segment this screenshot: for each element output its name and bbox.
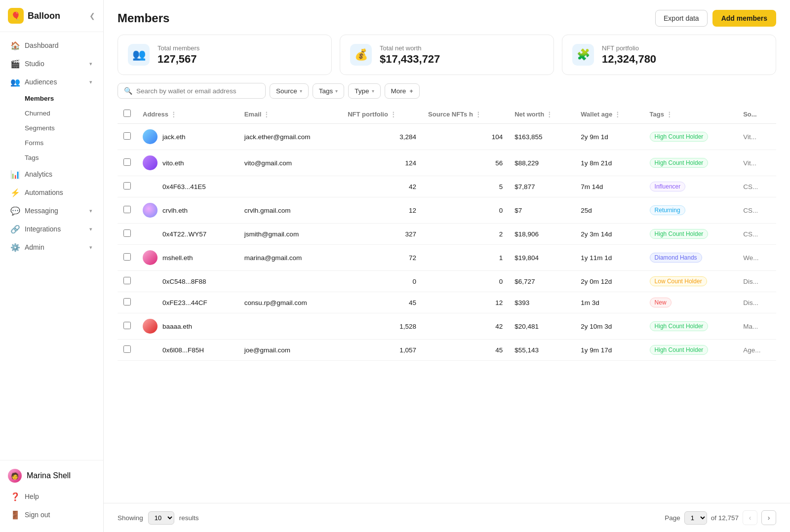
prev-page-button[interactable]: ‹ (743, 510, 757, 525)
sidebar-item-segments[interactable]: Segments (3, 121, 100, 135)
search-input[interactable] (136, 87, 259, 95)
more-filter-button[interactable]: More + (385, 83, 420, 99)
row-checkbox[interactable] (123, 206, 131, 213)
row-checkbox[interactable] (123, 182, 131, 190)
sidebar-item-forms[interactable]: Forms (3, 136, 100, 150)
avatar (143, 319, 158, 334)
select-all-checkbox[interactable] (123, 110, 131, 117)
search-box[interactable]: 🔍 (118, 83, 266, 99)
row-email: joe@gmail.com (238, 340, 342, 361)
row-address: 0x6l08...F85H (137, 340, 238, 361)
user-profile[interactable]: 🧑 Marina Shell (0, 464, 103, 487)
add-members-button[interactable]: Add members (712, 10, 776, 27)
sidebar-item-label: Dashboard (25, 41, 59, 49)
table-header-row: Address ⋮ Email ⋮ NFT portfolio ⋮ (118, 105, 776, 124)
select-all-col (118, 105, 137, 124)
row-checkbox[interactable] (123, 277, 131, 284)
row-tag: High Count Holder (644, 340, 738, 361)
sidebar-item-audiences[interactable]: 👥 Audiences ▾ (3, 73, 100, 91)
tags-filter-button[interactable]: Tags ▾ (313, 83, 345, 99)
row-source-nfts: 56 (422, 150, 509, 176)
row-net-worth: $55,143 (509, 340, 575, 361)
row-tag: Low Count Holder (644, 271, 738, 292)
chevron-down-icon: ▾ (89, 208, 92, 214)
col-menu-icon[interactable]: ⋮ (263, 111, 270, 118)
row-checkbox[interactable] (123, 298, 131, 305)
sidebar-collapse-button[interactable]: ❮ (89, 12, 95, 20)
stats-row: 👥 Total members 127,567 💰 Total net wort… (104, 35, 790, 83)
sidebar-item-label: Automations (25, 189, 63, 196)
page-select[interactable]: 1 (684, 511, 707, 525)
showing-label: Showing (118, 514, 143, 522)
table-row: vito.ethvito@gmail.com12456$88,2291y 8m … (118, 150, 776, 176)
col-source: So... (737, 105, 776, 124)
status-badge: Low Count Holder (650, 276, 707, 286)
col-menu-icon[interactable]: ⋮ (390, 111, 396, 118)
row-source: Dis... (737, 292, 776, 313)
col-email: Email ⋮ (238, 105, 342, 124)
row-source: Age... (737, 340, 776, 361)
row-checkbox[interactable] (123, 229, 131, 237)
sidebar-item-dashboard[interactable]: 🏠 Dashboard (3, 37, 100, 54)
export-data-button[interactable]: Export data (655, 10, 708, 27)
status-badge: High Count Holder (650, 321, 709, 331)
row-net-worth: $7,877 (509, 176, 575, 197)
col-menu-icon[interactable]: ⋮ (475, 111, 481, 118)
sidebar: 🎈 Balloon ❮ 🏠 Dashboard 🎬 Studio ▾ 👥 Aud… (0, 0, 104, 532)
plus-icon: + (409, 87, 413, 95)
chevron-down-icon: ▾ (372, 88, 374, 94)
sidebar-item-analytics[interactable]: 📊 Analytics (3, 165, 100, 183)
stat-card-networth: 💰 Total net worth $17,433,727 (340, 35, 554, 75)
page-label: Page (665, 514, 680, 522)
sidebar-item-label: Audiences (25, 78, 57, 86)
row-source: Dis... (737, 271, 776, 292)
row-nft-portfolio: 1,528 (342, 313, 422, 340)
avatar: 🧑 (8, 469, 22, 483)
type-filter-button[interactable]: Type ▾ (348, 83, 380, 99)
source-filter-button[interactable]: Source ▾ (270, 83, 309, 99)
stat-value-networth: $17,433,727 (380, 53, 440, 66)
col-menu-icon[interactable]: ⋮ (666, 111, 672, 118)
next-page-button[interactable]: › (761, 510, 776, 525)
row-checkbox[interactable] (123, 345, 131, 353)
row-source-nfts: 45 (422, 340, 509, 361)
page-size-select[interactable]: 10 25 50 (148, 511, 174, 525)
sidebar-item-admin[interactable]: ⚙️ Admin ▾ (3, 238, 100, 256)
sidebar-item-churned[interactable]: Churned (3, 106, 100, 120)
stat-value-members: 127,567 (158, 53, 199, 66)
row-checkbox[interactable] (123, 158, 131, 166)
row-email: consu.rp@gmail.com (238, 292, 342, 313)
row-checkbox-cell (118, 292, 137, 313)
sidebar-item-help[interactable]: ❓ Help (3, 488, 100, 505)
sidebar-item-tags[interactable]: Tags (3, 151, 100, 165)
sidebar-item-members[interactable]: Members (3, 91, 100, 106)
row-tag: New (644, 292, 738, 313)
status-badge: Influencer (650, 182, 686, 191)
sidebar-item-signout[interactable]: 🚪 Sign out (3, 506, 100, 524)
sidebar-logo: 🎈 Balloon ❮ (0, 0, 103, 32)
row-wallet-age: 1m 3d (575, 292, 643, 313)
row-address: mshell.eth (137, 245, 238, 271)
row-checkbox[interactable] (123, 132, 131, 140)
row-net-worth: $88,229 (509, 150, 575, 176)
row-source-nfts: 2 (422, 224, 509, 245)
col-menu-icon[interactable]: ⋮ (170, 111, 177, 118)
header-actions: Export data Add members (655, 10, 776, 27)
col-menu-icon[interactable]: ⋮ (546, 111, 553, 118)
sidebar-item-automations[interactable]: ⚡ Automations (3, 184, 100, 201)
status-badge: High Count Holder (650, 158, 709, 168)
sidebar-item-messaging[interactable]: 💬 Messaging ▾ (3, 202, 100, 220)
row-checkbox[interactable] (123, 253, 131, 261)
row-checkbox[interactable] (123, 322, 131, 329)
tags-filter-label: Tags (319, 87, 333, 95)
sidebar-item-studio[interactable]: 🎬 Studio ▾ (3, 55, 100, 73)
status-badge: High Count Holder (650, 229, 709, 239)
sidebar-nav: 🏠 Dashboard 🎬 Studio ▾ 👥 Audiences ▾ Mem… (0, 32, 103, 460)
row-net-worth: $6,727 (509, 271, 575, 292)
members-table: Address ⋮ Email ⋮ NFT portfolio ⋮ (118, 105, 776, 361)
avatar (143, 155, 158, 170)
sidebar-item-integrations[interactable]: 🔗 Integrations ▾ (3, 220, 100, 238)
user-name: Marina Shell (27, 471, 71, 480)
col-menu-icon[interactable]: ⋮ (614, 111, 621, 118)
home-icon: 🏠 (11, 41, 20, 50)
